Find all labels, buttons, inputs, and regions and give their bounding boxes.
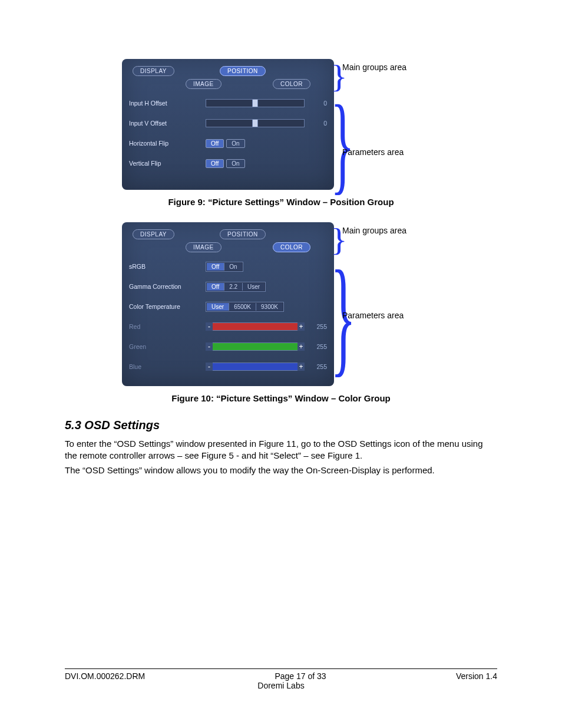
value-h-offset: 0 [309, 100, 327, 107]
row-gamma: Gamma Correction Off 2.2 User [129, 276, 327, 297]
row-input-h-offset: Input H Offset 0 [129, 93, 327, 113]
vflip-on[interactable]: On [226, 159, 244, 168]
tab-color[interactable]: COLOR [273, 242, 310, 252]
label-green: Green [129, 343, 206, 350]
hflip-off[interactable]: Off [206, 139, 224, 148]
gamma-user[interactable]: User [242, 283, 265, 291]
label-red: Red [129, 323, 206, 330]
slider-blue[interactable]: -+ [206, 363, 305, 371]
value-green: 255 [309, 343, 327, 350]
value-v-offset: 0 [309, 120, 327, 127]
footer-right: Version 1.4 [456, 671, 497, 681]
row-srgb: sRGB Off On [129, 256, 327, 276]
footer-sub: Doremi Labs [65, 681, 497, 690]
anno-main-groups: Main groups area [342, 226, 406, 235]
ctemp-9300k[interactable]: 9300K [256, 303, 283, 311]
anno-main-groups: Main groups area [342, 62, 406, 72]
osd-tabs: DISPLAY POSITION IMAGE COLOR [129, 65, 327, 93]
label-blue: Blue [129, 363, 206, 370]
gamma-2-2[interactable]: 2.2 [224, 283, 242, 291]
tab-position[interactable]: POSITION [220, 66, 266, 76]
ctemp-6500k[interactable]: 6500K [229, 303, 256, 311]
section-para-1: To enter the “OSD Settings” window prese… [65, 438, 497, 462]
row-horizontal-flip: Horizontal Flip Off On [129, 133, 327, 153]
figure-10: DISPLAY POSITION IMAGE COLOR sRGB Off On… [65, 222, 497, 386]
osd-tabs-10: DISPLAY POSITION IMAGE COLOR [129, 228, 327, 256]
footer-left: DVI.OM.000262.DRM [65, 671, 145, 681]
srgb-toggle[interactable]: Off On [206, 262, 243, 272]
tab-display[interactable]: DISPLAY [133, 66, 174, 76]
anno-parameters: Parameters area [342, 147, 404, 157]
gamma-select[interactable]: Off 2.2 User [206, 282, 266, 292]
ctemp-user[interactable]: User [207, 303, 229, 311]
row-vertical-flip: Vertical Flip Off On [129, 153, 327, 173]
label-h-offset: Input H Offset [129, 100, 206, 107]
figure-10-caption: Figure 10: “Picture Settings” Window – C… [65, 393, 497, 403]
row-red: Red -+ 255 [129, 317, 327, 337]
label-srgb: sRGB [129, 263, 206, 270]
footer-center: Page 17 of 33 [275, 671, 326, 681]
hflip-on[interactable]: On [226, 139, 244, 148]
tab-display[interactable]: DISPLAY [133, 229, 174, 239]
ctemp-select[interactable]: User 6500K 9300K [206, 302, 284, 312]
srgb-off[interactable]: Off [207, 263, 224, 271]
label-color-temp: Color Temperature [129, 303, 206, 310]
srgb-on[interactable]: On [224, 263, 242, 271]
page-footer: DVI.OM.000262.DRM Page 17 of 33 Version … [65, 668, 497, 690]
value-red: 255 [309, 323, 327, 330]
gamma-off[interactable]: Off [207, 283, 224, 291]
vflip-off[interactable]: Off [206, 159, 224, 168]
row-input-v-offset: Input V Offset 0 [129, 113, 327, 133]
label-v-offset: Input V Offset [129, 120, 206, 127]
label-gamma: Gamma Correction [129, 283, 206, 290]
tab-color[interactable]: COLOR [273, 79, 310, 89]
section-para-2: The “OSD Settings” window allows you to … [65, 465, 497, 476]
figure-9: DISPLAY POSITION IMAGE COLOR Input H Off… [65, 59, 497, 190]
row-color-temp: Color Temperature User 6500K 9300K [129, 297, 327, 317]
osd-panel-color: DISPLAY POSITION IMAGE COLOR sRGB Off On… [122, 222, 334, 386]
slider-v-offset[interactable] [206, 119, 305, 127]
tab-image[interactable]: IMAGE [186, 242, 222, 252]
slider-red[interactable]: -+ [206, 322, 305, 331]
anno-parameters: Parameters area [342, 311, 404, 320]
row-blue: Blue -+ 255 [129, 357, 327, 377]
osd-panel-position: DISPLAY POSITION IMAGE COLOR Input H Off… [122, 59, 334, 190]
slider-h-offset[interactable] [206, 99, 305, 107]
figure-9-caption: Figure 9: “Picture Settings” Window – Po… [65, 197, 497, 207]
label-v-flip: Vertical Flip [129, 160, 206, 167]
tab-position[interactable]: POSITION [220, 229, 266, 239]
slider-green[interactable]: -+ [206, 342, 305, 351]
value-blue: 255 [309, 363, 327, 370]
label-h-flip: Horizontal Flip [129, 140, 206, 147]
tab-image[interactable]: IMAGE [186, 79, 222, 89]
section-heading: 5.3 OSD Settings [65, 419, 497, 432]
row-green: Green -+ 255 [129, 337, 327, 357]
